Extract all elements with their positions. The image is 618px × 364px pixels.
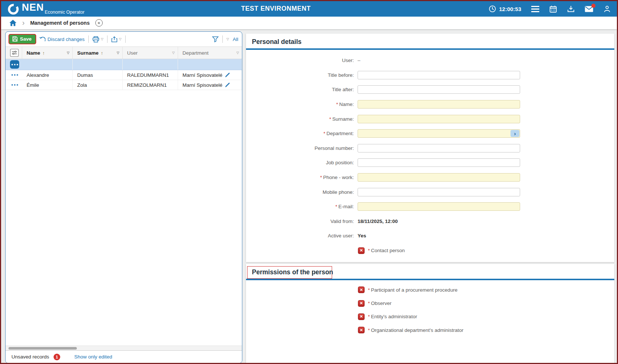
personal-number-field[interactable] [358, 144, 520, 152]
title-before-field[interactable] [358, 71, 520, 79]
unsaved-records-label: Unsaved records [11, 354, 49, 360]
table-row[interactable]: Alexandre Dumas RALEDUMMARN1 Marní Spiso… [6, 70, 242, 80]
contact-person-checkbox[interactable]: ✕ [358, 247, 365, 254]
column-filter-icon[interactable]: ▽ [236, 51, 239, 55]
column-header-department[interactable]: Department ▽ [178, 47, 242, 59]
column-header-name[interactable]: Name ↑ ▽ [22, 47, 73, 59]
grid-header-row: Name ↑ ▽ Surname ↑ ▽ User ▽ Department ▽ [6, 47, 242, 59]
export-button[interactable]: ▽ [111, 36, 122, 42]
permissions-card: Permissions of the person ✕ *Participant… [246, 264, 614, 363]
org-dept-admin-checkbox[interactable]: ✕ [358, 327, 365, 333]
tab-management-of-persons[interactable]: Management of persons [30, 20, 90, 26]
unsaved-count-badge: 1 [54, 354, 60, 360]
participant-checkbox[interactable]: ✕ [358, 286, 365, 293]
grid-settings-button[interactable] [6, 47, 22, 59]
surname-field[interactable] [358, 115, 520, 123]
calendar-icon[interactable] [549, 5, 557, 13]
field-row-surname: *Surname: [246, 111, 614, 126]
observer-checkbox[interactable]: ✕ [358, 300, 365, 307]
department-picker-button[interactable]: › [511, 130, 519, 137]
column-filter-icon[interactable]: ▽ [67, 51, 69, 55]
field-row-title-after: Title after: [246, 82, 614, 97]
sort-asc-icon: ↑ [42, 50, 45, 56]
section-underline [246, 48, 614, 50]
export-icon [111, 36, 117, 42]
field-row-contact-person: ✕ *Contact person [246, 243, 614, 258]
toolbar-separator [222, 35, 223, 43]
print-button[interactable]: ▽ [92, 36, 103, 42]
row-menu-button[interactable] [11, 84, 18, 86]
name-field[interactable] [358, 100, 520, 109]
x-mark-icon: ✕ [359, 301, 363, 306]
grid-empty-area [6, 90, 242, 346]
title-after-field[interactable] [358, 85, 520, 94]
save-icon [12, 36, 18, 42]
mail-icon[interactable] [585, 6, 593, 12]
horizontal-scrollbar[interactable] [6, 346, 242, 350]
field-row-user: User: – [246, 53, 614, 68]
field-row-email: *E-mail: [246, 199, 614, 214]
grid-footer: Unsaved records 1 Show only edited [6, 350, 242, 363]
filter-preset-all[interactable]: All [233, 37, 238, 42]
filter-funnel-icon[interactable] [212, 36, 219, 42]
save-button[interactable]: Save [9, 35, 35, 44]
discard-changes-button[interactable]: Discard changes [39, 37, 85, 42]
entity-admin-checkbox[interactable]: ✕ [358, 313, 365, 320]
field-row-department: *Department: › [246, 126, 614, 141]
user-profile-icon[interactable] [603, 5, 611, 13]
column-header-surname[interactable]: Surname ↑ ▽ [73, 47, 123, 59]
environment-title: TEST ENVIRONMENT [241, 5, 311, 13]
home-icon[interactable] [9, 20, 17, 26]
clock-time: 12:00:53 [499, 6, 521, 12]
print-caret-icon[interactable]: ▽ [101, 37, 103, 41]
printer-icon [92, 36, 99, 42]
permissions-title: Permissions of the person [252, 268, 333, 276]
row-menu-button[interactable] [11, 74, 18, 76]
permission-row-org-dept-admin: ✕ *Organizational department's administr… [246, 323, 614, 337]
column-header-user[interactable]: User ▽ [123, 47, 178, 59]
clock-icon [489, 5, 496, 13]
email-field[interactable] [358, 202, 520, 211]
table-row[interactable]: Émile Zola REMIZOLMARN1 Marní Spisovatel… [6, 80, 242, 90]
discard-undo-icon [39, 37, 45, 42]
mobile-phone-field[interactable] [358, 188, 520, 196]
x-mark-icon: ✕ [359, 314, 363, 319]
column-filter-icon[interactable]: ▽ [172, 51, 175, 55]
persons-grid-panel: Save Discard changes [5, 31, 242, 363]
row-menu-button[interactable] [10, 60, 19, 69]
export-caret-icon[interactable]: ▽ [119, 37, 122, 41]
tab-close-icon[interactable]: ✕ [95, 19, 103, 27]
section-underline [246, 279, 614, 280]
permission-row-entity-admin: ✕ *Entity's administrator [246, 310, 614, 323]
sort-asc-icon: ↑ [101, 50, 103, 56]
chevron-right-icon: › [514, 130, 516, 137]
breadcrumb-chevron-icon: › [22, 19, 25, 26]
field-row-name: *Name: [246, 97, 614, 112]
field-row-personal-number: Personal number: [246, 141, 614, 156]
filter-preset-caret-icon[interactable]: ▽ [226, 37, 229, 41]
show-only-edited-link[interactable]: Show only edited [74, 354, 112, 360]
column-filter-icon[interactable]: ▽ [117, 51, 119, 55]
personal-details-title: Personal details [252, 38, 301, 46]
permission-row-observer: ✕ *Observer [246, 296, 614, 310]
field-row-phone-work: *Phone - work: [246, 170, 614, 185]
field-row-active-user: Active user: Yes [246, 229, 614, 243]
mail-notification-dot [591, 4, 595, 8]
field-row-title-before: Title before: [246, 68, 614, 83]
field-row-job-position: Job position: [246, 155, 614, 170]
toolbar-separator [107, 35, 107, 43]
job-position-field[interactable] [358, 158, 520, 167]
edit-pencil-icon[interactable] [225, 82, 230, 87]
table-row-new[interactable] [6, 59, 242, 70]
download-tray-icon[interactable] [567, 5, 575, 13]
clock-display: 12:00:53 [489, 5, 521, 13]
x-mark-icon: ✕ [359, 328, 363, 333]
phone-work-field[interactable] [358, 173, 520, 182]
brand-subtitle: Economic Operator [45, 10, 85, 15]
personal-details-card: Personal details User: – Title before: T… [246, 34, 614, 262]
scrollbar-thumb[interactable] [8, 347, 77, 350]
edit-pencil-icon[interactable] [225, 72, 230, 78]
department-field[interactable] [358, 129, 520, 138]
top-header-bar: NEN Economic Operator TEST ENVIRONMENT 1… [1, 1, 617, 17]
menu-icon[interactable] [531, 6, 539, 12]
